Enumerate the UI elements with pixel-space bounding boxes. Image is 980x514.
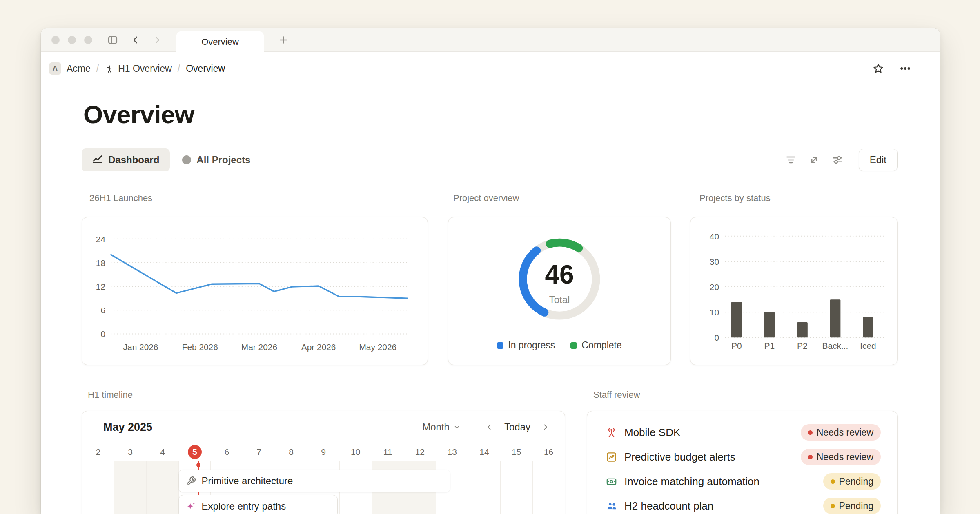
- svg-text:6: 6: [100, 306, 105, 315]
- forward-icon[interactable]: [151, 34, 163, 46]
- svg-text:12: 12: [96, 282, 105, 291]
- breadcrumb: A Acme / H1 Overview / Overview: [49, 62, 225, 75]
- staff-row-h2-headcount[interactable]: H2 headcount plan Pending: [606, 494, 881, 514]
- day-cell[interactable]: 5: [178, 443, 211, 461]
- status-dot: [808, 430, 813, 435]
- sidebar-toggle-icon[interactable]: [107, 34, 119, 46]
- day-cell[interactable]: 3: [114, 443, 147, 461]
- close-window-button[interactable]: [51, 36, 60, 44]
- status-badge[interactable]: Needs review: [801, 424, 881, 441]
- grid-column: [468, 461, 501, 514]
- card-title-h1-timeline: H1 timeline: [88, 390, 133, 400]
- timeline-next-icon[interactable]: [540, 422, 551, 432]
- sparkle-icon: [186, 501, 196, 512]
- day-cell[interactable]: 16: [532, 443, 565, 461]
- workspace-badge[interactable]: A: [49, 62, 61, 75]
- day-cell[interactable]: 10: [339, 443, 372, 461]
- status-dot: [831, 479, 835, 484]
- day-cell[interactable]: 4: [147, 443, 179, 461]
- svg-text:18: 18: [96, 258, 105, 268]
- divider: [472, 422, 472, 432]
- day-cell[interactable]: 11: [372, 443, 404, 461]
- status-dot: [831, 504, 835, 508]
- timeline-day-row: 2345678910111213141516: [82, 443, 565, 461]
- day-cell[interactable]: 12: [404, 443, 436, 461]
- tab-overview[interactable]: Overview: [176, 31, 264, 52]
- day-cell[interactable]: 14: [468, 443, 501, 461]
- day-cell[interactable]: 8: [275, 443, 307, 461]
- status-badge[interactable]: Needs review: [801, 449, 881, 465]
- day-cell[interactable]: 9: [307, 443, 340, 461]
- staff-row-mobile-sdk[interactable]: Mobile SDK Needs review: [606, 420, 881, 445]
- timeline-card: May 2025 Month Today 2345678910111213141…: [82, 411, 565, 514]
- day-cell[interactable]: 7: [243, 443, 275, 461]
- event-label: Explore entry paths: [201, 501, 286, 512]
- timeline-grid: Primitive architecture Explore entry pat…: [82, 461, 565, 514]
- timeline-view-selector[interactable]: Month: [422, 421, 461, 433]
- timeline-today-button[interactable]: Today: [504, 421, 530, 433]
- donut-total: 46: [448, 259, 670, 290]
- legend-chip-green: [570, 342, 577, 349]
- staff-row-predictive-budget-alerts[interactable]: Predictive budget alerts Needs review: [606, 445, 881, 469]
- grid-column: [114, 461, 147, 514]
- card-title-project-overview: Project overview: [453, 193, 519, 204]
- legend-chip-blue: [497, 342, 503, 349]
- card-title-projects-by-status: Projects by status: [699, 193, 771, 204]
- chevron-down-icon: [453, 423, 461, 431]
- view-selector-value: Month: [422, 421, 450, 433]
- svg-text:0: 0: [714, 333, 719, 342]
- filter-icon[interactable]: [785, 154, 797, 166]
- svg-text:0: 0: [100, 329, 105, 339]
- timeline-event-explore-entry-paths[interactable]: Explore entry paths: [178, 495, 338, 514]
- breadcrumb-current[interactable]: Overview: [186, 63, 225, 74]
- donut-legend: In progress Complete: [448, 340, 670, 351]
- minimize-window-button[interactable]: [68, 36, 76, 44]
- event-label: Primitive architecture: [201, 475, 293, 487]
- status-badge[interactable]: Pending: [823, 498, 881, 514]
- projects-by-status-bar-chart: 010203040P0P1P2Back...Iced: [690, 217, 897, 365]
- launches-card: 06121824Jan 2026Feb 2026Mar 2026Apr 2026…: [82, 217, 428, 365]
- favorite-star-icon[interactable]: [872, 62, 884, 75]
- svg-text:Mar 2026: Mar 2026: [241, 342, 277, 352]
- view-tab-all-projects[interactable]: All Projects: [182, 154, 250, 166]
- timeline-event-primitive-architecture[interactable]: Primitive architecture: [178, 470, 450, 492]
- status-badge[interactable]: Pending: [823, 473, 881, 490]
- card-title-staff-review: Staff review: [593, 390, 640, 400]
- svg-text:20: 20: [710, 282, 719, 292]
- day-cell[interactable]: 13: [436, 443, 468, 461]
- back-icon[interactable]: [129, 34, 142, 46]
- more-options-icon[interactable]: [899, 62, 911, 75]
- svg-text:Apr 2026: Apr 2026: [301, 342, 336, 352]
- status-text: Needs review: [817, 427, 873, 438]
- card-title-launches: 26H1 Launches: [89, 193, 152, 204]
- settings-sliders-icon[interactable]: [831, 154, 844, 166]
- edit-button[interactable]: Edit: [859, 149, 898, 171]
- status-text: Pending: [839, 476, 873, 487]
- day-cell[interactable]: 6: [211, 443, 243, 461]
- view-tab-label: All Projects: [196, 154, 250, 166]
- day-cell[interactable]: 2: [82, 443, 114, 461]
- svg-text:May 2026: May 2026: [359, 342, 396, 352]
- window-controls: [51, 36, 92, 44]
- staff-row-invoice-matching[interactable]: Invoice matching automation Pending: [606, 469, 881, 494]
- view-circle-icon: [182, 155, 191, 164]
- donut-total-label: Total: [448, 294, 670, 306]
- view-tab-dashboard[interactable]: Dashboard: [82, 148, 170, 171]
- trend-chart-icon: [606, 451, 619, 463]
- svg-text:Jan 2026: Jan 2026: [123, 342, 158, 352]
- antenna-icon: [606, 427, 619, 438]
- breadcrumb-parent[interactable]: H1 Overview: [118, 63, 172, 74]
- wrench-icon: [186, 476, 196, 486]
- staff-item-label: Mobile SDK: [624, 426, 801, 439]
- breadcrumb-workspace[interactable]: Acme: [67, 63, 91, 74]
- window-tab-strip: Overview: [41, 28, 940, 52]
- timeline-prev-icon[interactable]: [484, 422, 494, 432]
- day-cell[interactable]: 15: [500, 443, 532, 461]
- banknote-icon: [606, 476, 619, 487]
- page-title: Overview: [83, 100, 194, 129]
- expand-icon[interactable]: [808, 154, 820, 166]
- svg-text:Iced: Iced: [860, 341, 876, 350]
- status-text: Needs review: [817, 452, 873, 463]
- zoom-window-button[interactable]: [84, 36, 92, 44]
- new-tab-icon[interactable]: [277, 34, 290, 46]
